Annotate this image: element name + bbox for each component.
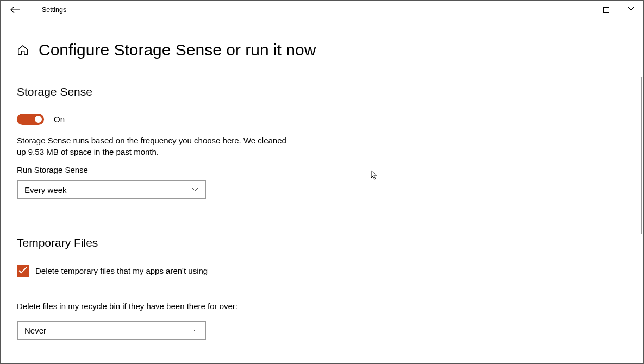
titlebar: Settings bbox=[1, 1, 643, 19]
run-frequency-value: Every week bbox=[24, 185, 67, 194]
back-arrow-icon bbox=[10, 6, 20, 14]
back-button[interactable] bbox=[10, 5, 20, 15]
run-storage-sense-label: Run Storage Sense bbox=[17, 165, 627, 174]
recycle-bin-value: Never bbox=[24, 326, 46, 335]
storage-sense-toggle[interactable] bbox=[17, 114, 44, 125]
recycle-bin-dropdown[interactable]: Never bbox=[17, 321, 206, 340]
delete-temp-label: Delete temporary files that my apps aren… bbox=[35, 266, 208, 275]
minimize-icon bbox=[578, 7, 584, 13]
content-area: Configure Storage Sense or run it now St… bbox=[1, 19, 643, 340]
checkmark-icon bbox=[18, 267, 27, 274]
delete-temp-checkbox-row: Delete temporary files that my apps aren… bbox=[17, 265, 627, 277]
maximize-icon bbox=[603, 7, 609, 13]
storage-sense-description: Storage Sense runs based on the frequenc… bbox=[17, 135, 294, 158]
home-icon[interactable] bbox=[17, 44, 29, 56]
storage-sense-toggle-row: On bbox=[17, 114, 627, 125]
window-controls bbox=[568, 1, 643, 19]
temporary-files-heading: Temporary Files bbox=[17, 236, 627, 249]
page-title: Configure Storage Sense or run it now bbox=[39, 41, 316, 59]
toggle-knob bbox=[35, 116, 42, 123]
chevron-down-icon bbox=[192, 187, 198, 192]
maximize-button[interactable] bbox=[593, 1, 618, 19]
run-frequency-dropdown[interactable]: Every week bbox=[17, 180, 206, 199]
close-icon bbox=[628, 7, 634, 13]
minimize-button[interactable] bbox=[568, 1, 593, 19]
header-row: Configure Storage Sense or run it now bbox=[17, 41, 627, 59]
chevron-down-icon bbox=[192, 328, 198, 332]
svg-rect-1 bbox=[603, 7, 609, 12]
storage-sense-heading: Storage Sense bbox=[17, 85, 627, 98]
delete-temp-checkbox[interactable] bbox=[17, 265, 29, 277]
scrollbar[interactable] bbox=[641, 77, 642, 234]
toggle-state-label: On bbox=[54, 115, 65, 124]
close-button[interactable] bbox=[618, 1, 643, 19]
recycle-bin-label: Delete files in my recycle bin if they h… bbox=[17, 302, 627, 311]
app-title: Settings bbox=[42, 6, 66, 14]
